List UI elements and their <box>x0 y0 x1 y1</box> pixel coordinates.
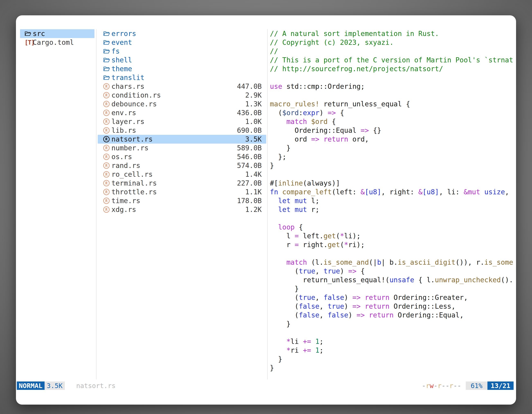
code-line: } <box>270 284 514 293</box>
file-name: src <box>33 30 45 38</box>
file-size: 574.0B <box>237 162 262 170</box>
file-row-os.rs[interactable]: Ros.rs546.0B <box>98 152 266 161</box>
code-line: // <box>270 47 514 56</box>
code-line <box>270 328 514 337</box>
file-size: 690.0B <box>237 126 262 135</box>
code-line: } <box>270 355 514 364</box>
code-line <box>270 91 514 100</box>
toml-file-icon: [T] <box>25 39 33 46</box>
code-line: // This is a port of the C version of Ma… <box>270 56 514 64</box>
file-row-translit[interactable]: translit <box>98 73 266 82</box>
file-size: 3.5K <box>245 135 262 143</box>
rust-file-icon: R <box>103 101 111 107</box>
file-row-debounce.rs[interactable]: Rdebounce.rs1.3K <box>98 100 266 108</box>
file-size: 227.0B <box>237 179 262 187</box>
folder-icon <box>103 31 111 37</box>
file-name: fs <box>111 47 120 55</box>
rust-file-icon: R <box>103 163 111 169</box>
status-bar: NORMAL 3.5K natsort.rs -rw-r--r-- 61% 13… <box>17 382 513 390</box>
code-line: fn compare_left(left: &[u8], right: &[u8… <box>270 188 514 196</box>
file-row-lib.rs[interactable]: Rlib.rs690.0B <box>98 126 266 135</box>
rust-file-icon: R <box>103 180 111 186</box>
file-name: env.rs <box>111 109 136 117</box>
file-row-errors[interactable]: errors <box>98 29 266 38</box>
selected-file-size-badge: 3.5K <box>45 382 65 390</box>
code-line: // A natural sort implementation in Rust… <box>270 29 514 38</box>
file-permissions: -rw-r--r-- <box>422 382 461 390</box>
rust-file-icon: R <box>103 118 111 125</box>
file-name: lib.rs <box>111 126 136 135</box>
file-size: 1.0K <box>245 118 262 125</box>
file-name: xdg.rs <box>111 206 136 213</box>
folder-icon <box>103 40 111 45</box>
file-row-fs[interactable]: fs <box>98 47 266 56</box>
status-filename: natsort.rs <box>76 382 116 390</box>
code-line: ord => return ord, <box>270 135 514 144</box>
mode-badge: NORMAL <box>17 382 45 390</box>
file-name: chars.rs <box>111 82 144 90</box>
code-line: let mut l; <box>270 196 514 205</box>
file-row-event[interactable]: event <box>98 38 266 47</box>
code-line: l = left.get(*li); <box>270 231 514 240</box>
file-size: 436.0B <box>237 109 262 117</box>
code-line: (false, false) => return Ordering::Equal… <box>270 311 514 319</box>
code-line: // Copyright (c) 2023, sxyazi. <box>270 38 514 47</box>
file-row-xdg.rs[interactable]: Rxdg.rs1.2K <box>98 205 266 214</box>
file-size: 178.0B <box>237 197 262 205</box>
file-row-natsort.rs[interactable]: Rnatsort.rs3.5K <box>98 135 266 144</box>
file-preview-pane[interactable]: // A natural sort implementation in Rust… <box>270 29 514 374</box>
file-size: 1.3K <box>245 100 262 108</box>
file-name: terminal.rs <box>111 179 157 187</box>
file-row-env.rs[interactable]: Renv.rs436.0B <box>98 108 266 117</box>
code-line: (false, true) => return Ordering::Less, <box>270 302 514 311</box>
code-line: return_unless_equal!(unsafe { l.unwrap_u… <box>270 276 514 284</box>
file-row-layer.rs[interactable]: Rlayer.rs1.0K <box>98 117 266 126</box>
current-directory-pane: errorseventfsshellthemetranslitRchars.rs… <box>98 29 266 214</box>
file-name: rand.rs <box>111 162 140 170</box>
rust-file-icon: R <box>103 92 111 98</box>
file-name: number.rs <box>111 144 149 152</box>
file-row-throttle.rs[interactable]: Rthrottle.rs1.1K <box>98 188 266 196</box>
file-name: Cargo.toml <box>33 39 74 47</box>
rust-file-icon: R <box>103 206 111 213</box>
folder-icon <box>25 31 33 37</box>
folder-icon <box>103 75 111 81</box>
file-row-theme[interactable]: theme <box>98 64 266 73</box>
code-line: *ri += 1; <box>270 346 514 355</box>
code-line: } <box>270 364 514 372</box>
code-line: Ordering::Equal => {} <box>270 126 514 135</box>
file-row-terminal.rs[interactable]: Rterminal.rs227.0B <box>98 179 266 188</box>
rust-file-icon: R <box>103 83 111 90</box>
file-size: 589.0B <box>237 144 262 152</box>
code-line: macro_rules! return_unless_equal { <box>270 100 514 108</box>
code-line: match $ord { <box>270 117 514 126</box>
rust-file-icon: R <box>103 145 111 151</box>
yazi-window: src[T]Cargo.toml errorseventfsshelltheme… <box>16 15 516 404</box>
rust-file-icon: R <box>103 171 111 178</box>
code-line <box>270 249 514 258</box>
file-size: 2.9K <box>245 91 262 99</box>
file-row-src[interactable]: src <box>20 29 95 38</box>
file-row-ro_cell.rs[interactable]: Rro_cell.rs1.4K <box>98 170 266 179</box>
rust-file-icon: R <box>103 110 111 116</box>
file-row-time.rs[interactable]: Rtime.rs178.0B <box>98 196 266 205</box>
code-line <box>270 214 514 223</box>
file-row-Cargo.toml[interactable]: [T]Cargo.toml <box>20 38 95 47</box>
file-name: event <box>111 39 132 47</box>
file-name: condition.rs <box>111 91 161 99</box>
file-name: layer.rs <box>111 118 144 125</box>
code-line: *li += 1; <box>270 337 514 346</box>
file-row-number.rs[interactable]: Rnumber.rs589.0B <box>98 144 266 152</box>
file-name: translit <box>111 74 144 82</box>
file-name: shell <box>111 56 132 64</box>
file-row-shell[interactable]: shell <box>98 56 266 64</box>
scroll-percent-badge: 61% <box>466 382 487 390</box>
code-line: r = right.get(*ri); <box>270 240 514 249</box>
file-size: 1.1K <box>245 188 262 196</box>
file-row-condition.rs[interactable]: Rcondition.rs2.9K <box>98 91 266 100</box>
code-line: ($ord:expr) => { <box>270 108 514 117</box>
folder-icon <box>103 48 111 54</box>
file-size: 447.0B <box>237 82 262 90</box>
file-row-rand.rs[interactable]: Rrand.rs574.0B <box>98 161 266 170</box>
file-row-chars.rs[interactable]: Rchars.rs447.0B <box>98 82 266 91</box>
